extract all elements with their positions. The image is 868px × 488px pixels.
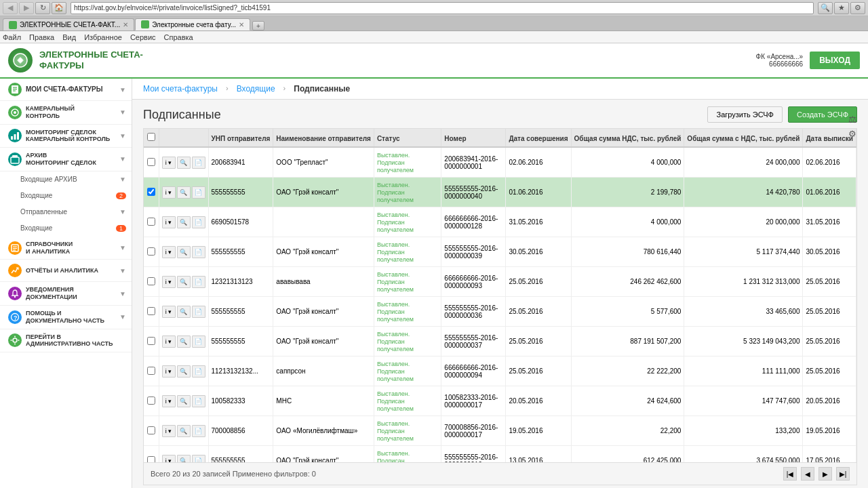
menu-favorites[interactable]: Избранное bbox=[84, 33, 122, 41]
settings-icon[interactable]: ⚙ bbox=[848, 129, 857, 139]
back-button[interactable]: ◀ bbox=[3, 2, 18, 14]
row-doc-btn-9[interactable]: 📄 bbox=[192, 425, 205, 437]
row-number-4: 666666666-2016-0000000093 bbox=[441, 267, 506, 297]
row-doc-btn-6[interactable]: 📄 bbox=[192, 336, 205, 348]
filter-icon[interactable]: ⚖ bbox=[848, 114, 857, 125]
row-checkbox-9[interactable] bbox=[147, 426, 155, 434]
menu-view[interactable]: Вид bbox=[62, 33, 76, 41]
row-doc-btn-1[interactable]: 📄 bbox=[192, 186, 205, 199]
row-check-8 bbox=[144, 386, 159, 416]
table-scroll[interactable]: УНП отправителя Наименование отправителя… bbox=[144, 129, 856, 462]
row-menu-btn-0[interactable]: i ▾ bbox=[162, 157, 176, 169]
row-checkbox-6[interactable] bbox=[147, 337, 155, 345]
row-checkbox-2[interactable] bbox=[147, 218, 155, 226]
row-menu-btn-6[interactable]: i ▾ bbox=[162, 336, 176, 348]
sidebar-item-camera-control[interactable]: КАМЕРАЛЬНЫЙКОНТРОЛЬ ▼ bbox=[0, 101, 132, 125]
row-search-btn-10[interactable]: 🔍 bbox=[177, 455, 191, 463]
sidebar-item-my-invoices[interactable]: МОИ СЧЕТА-ФАКТУРЫ ▼ bbox=[0, 79, 132, 101]
row-status-2: Выставлен. Подписан получателем bbox=[374, 207, 441, 237]
row-menu-btn-3[interactable]: i ▾ bbox=[162, 246, 176, 258]
prev-page-button[interactable]: ◀ bbox=[801, 467, 814, 481]
breadcrumb-incoming[interactable]: Входящие bbox=[237, 84, 275, 94]
row-unp-0: 200683941 bbox=[208, 147, 273, 178]
row-search-btn-2[interactable]: 🔍 bbox=[177, 216, 191, 228]
tab-close-2[interactable]: ✕ bbox=[239, 21, 244, 28]
forward-button[interactable]: ▶ bbox=[19, 2, 34, 14]
load-escf-button[interactable]: Загрузить ЭСЧФ bbox=[707, 106, 782, 123]
row-doc-btn-2[interactable]: 📄 bbox=[192, 216, 205, 228]
row-name-7: саппрсон bbox=[273, 357, 374, 386]
row-menu-btn-4[interactable]: i ▾ bbox=[162, 276, 176, 288]
row-search-btn-6[interactable]: 🔍 bbox=[177, 336, 191, 348]
tab-close-1[interactable]: ✕ bbox=[123, 21, 128, 28]
sidebar-item-archive[interactable]: АРХИВМОНИТОРИНГ СДЕЛОК ▼ bbox=[0, 148, 132, 171]
row-checkbox-0[interactable] bbox=[147, 158, 155, 166]
first-page-button[interactable]: |◀ bbox=[783, 467, 797, 481]
row-menu-btn-7[interactable]: i ▾ bbox=[162, 365, 176, 378]
row-doc-btn-4[interactable]: 📄 bbox=[192, 276, 205, 288]
row-name-1: ОАО "Грэй консалт" bbox=[273, 178, 374, 207]
sidebar-item-sent[interactable]: Отправленные ▼ bbox=[0, 204, 132, 220]
row-check-1 bbox=[144, 178, 159, 207]
row-checkbox-4[interactable] bbox=[147, 277, 155, 285]
row-checkbox-1[interactable] bbox=[147, 188, 155, 196]
row-search-btn-8[interactable]: 🔍 bbox=[177, 395, 191, 407]
address-bar[interactable] bbox=[71, 2, 814, 14]
sidebar-item-incoming-badge2[interactable]: Входящие 1 bbox=[0, 220, 132, 237]
row-actions-6: i ▾ 🔍 📄 bbox=[159, 327, 208, 357]
sidebar-item-incoming-archive[interactable]: Входящие АРХИВ ▼ bbox=[0, 171, 132, 188]
row-search-btn-1[interactable]: 🔍 bbox=[177, 186, 191, 199]
tools-button[interactable]: ⚙ bbox=[850, 2, 865, 14]
sidebar-item-admin[interactable]: ПЕРЕЙТИ В АДМИНИСТРАТИВНО ЧАСТЬ bbox=[0, 329, 132, 353]
row-menu-btn-1[interactable]: i ▾ bbox=[162, 186, 176, 199]
row-search-btn-5[interactable]: 🔍 bbox=[177, 306, 191, 318]
row-doc-btn-0[interactable]: 📄 bbox=[192, 157, 205, 169]
row-checkbox-10[interactable] bbox=[147, 456, 155, 463]
menu-file[interactable]: Файл bbox=[3, 33, 21, 41]
home-button[interactable]: 🏠 bbox=[52, 2, 66, 14]
row-menu-btn-2[interactable]: i ▾ bbox=[162, 216, 176, 228]
footer-total: Всего 20 из 20 записей Применено фильтро… bbox=[151, 470, 316, 478]
sidebar-item-reports[interactable]: ОТЧЁТЫ И АНАЛИТИКА ▼ bbox=[0, 260, 132, 282]
row-checkbox-7[interactable] bbox=[147, 367, 155, 375]
new-tab-button[interactable]: + bbox=[252, 21, 264, 30]
row-search-btn-9[interactable]: 🔍 bbox=[177, 425, 191, 437]
sidebar-item-monitoring[interactable]: МОНИТОРИНГ СДЕЛОККАМЕРАЛЬНЫЙ КОНТРОЛЬ ▼ bbox=[0, 125, 132, 148]
sidebar-item-incoming-badge[interactable]: Входящие 2 bbox=[0, 188, 132, 204]
reload-button[interactable]: ↻ bbox=[35, 2, 50, 14]
next-page-button[interactable]: ▶ bbox=[818, 467, 832, 481]
sidebar-item-help[interactable]: ? ПОМОЩЬ ИДОКУМЕНТАЛЬНО ЧАСТЬ ▼ bbox=[0, 306, 132, 329]
logout-button[interactable]: ВЫХОД bbox=[810, 52, 860, 69]
tab-inactive[interactable]: ЭЛЕКТРОННЫЕ СЧЕТА-ФАКТ... ✕ bbox=[3, 18, 134, 30]
breadcrumb-my-invoices[interactable]: Мои счета-фактуры bbox=[143, 84, 218, 94]
menu-edit[interactable]: Правка bbox=[29, 33, 54, 41]
row-search-btn-0[interactable]: 🔍 bbox=[177, 157, 191, 169]
menu-help[interactable]: Справка bbox=[164, 33, 193, 41]
row-checkbox-5[interactable] bbox=[147, 307, 155, 315]
create-escf-button[interactable]: Создать ЭСЧФ bbox=[788, 106, 857, 123]
last-page-button[interactable]: ▶| bbox=[836, 467, 850, 481]
row-search-btn-3[interactable]: 🔍 bbox=[177, 246, 191, 258]
row-name-5: ОАО "Грэй консалт" bbox=[273, 297, 374, 327]
row-checkbox-3[interactable] bbox=[147, 247, 155, 256]
row-menu-btn-10[interactable]: i ▾ bbox=[162, 455, 176, 463]
select-all-checkbox[interactable] bbox=[147, 133, 155, 141]
row-doc-btn-3[interactable]: 📄 bbox=[192, 246, 205, 258]
row-doc-btn-5[interactable]: 📄 bbox=[192, 306, 205, 318]
row-menu-btn-9[interactable]: i ▾ bbox=[162, 425, 176, 437]
col-sum-no-nds: Общая сумма НДС, тыс. рублей bbox=[571, 129, 684, 147]
row-doc-btn-10[interactable]: 📄 bbox=[192, 455, 205, 463]
sidebar-item-references[interactable]: СПРАВОЧНИКИИ АНАЛИТИКА ▼ bbox=[0, 237, 132, 260]
search-button[interactable]: 🔍 bbox=[818, 2, 833, 14]
row-doc-btn-8[interactable]: 📄 bbox=[192, 395, 205, 407]
row-search-btn-7[interactable]: 🔍 bbox=[177, 365, 191, 378]
row-menu-btn-5[interactable]: i ▾ bbox=[162, 306, 176, 318]
row-doc-btn-7[interactable]: 📄 bbox=[192, 365, 205, 378]
menu-service[interactable]: Сервис bbox=[130, 33, 156, 41]
row-menu-btn-8[interactable]: i ▾ bbox=[162, 395, 176, 407]
row-checkbox-8[interactable] bbox=[147, 396, 155, 405]
sidebar-item-notifications[interactable]: УВЕДОМЛЕНИЯДОКУМЕНТАЦИИ ▼ bbox=[0, 282, 132, 306]
star-button[interactable]: ★ bbox=[834, 2, 849, 14]
tab-active[interactable]: Электронные счета фату... ✕ bbox=[135, 18, 250, 30]
row-search-btn-4[interactable]: 🔍 bbox=[177, 276, 191, 288]
